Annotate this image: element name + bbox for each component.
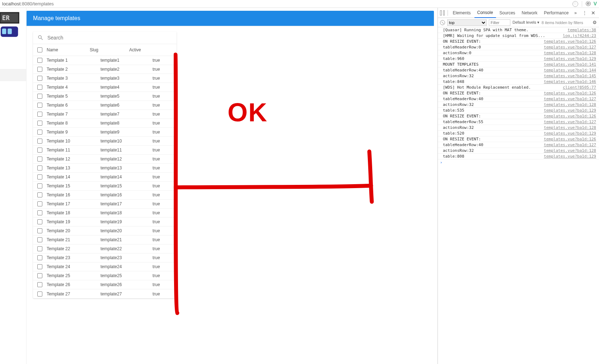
row-checkbox[interactable]: [37, 67, 42, 72]
table-row[interactable]: Template 8template8true: [33, 119, 177, 128]
table-row[interactable]: Template 17template17true: [33, 200, 177, 209]
column-slug[interactable]: Slug: [90, 47, 129, 52]
row-checkbox[interactable]: [37, 192, 42, 197]
console-log-line[interactable]: tableHeaderRow:55templates.vue?ba1d:127: [438, 119, 599, 125]
table-row[interactable]: Template 9template9true: [33, 128, 177, 137]
row-checkbox[interactable]: [37, 58, 42, 63]
devtools-menu-icon[interactable]: ⋮: [580, 10, 589, 15]
log-source-link[interactable]: templates.vue?ba1d:128: [544, 148, 596, 153]
row-checkbox[interactable]: [37, 246, 42, 251]
row-checkbox[interactable]: [37, 228, 42, 233]
console-log-line[interactable]: table:848templates.vue?ba1d:146: [438, 79, 599, 85]
tab-performance[interactable]: Performance: [541, 8, 572, 18]
console-log-line[interactable]: [HMR] Waiting for update signal from WDS…: [438, 33, 599, 39]
row-checkbox[interactable]: [37, 139, 42, 144]
console-log-line[interactable]: table:808templates.vue?ba1d:129: [438, 154, 599, 159]
search-input[interactable]: [47, 34, 172, 41]
row-checkbox[interactable]: [37, 282, 42, 287]
row-checkbox[interactable]: [37, 291, 42, 297]
console-prompt[interactable]: ›: [438, 159, 599, 165]
row-checkbox[interactable]: [37, 219, 42, 224]
console-log-line[interactable]: tableHeaderRow:0templates.vue?ba1d:127: [438, 45, 599, 50]
filter-input[interactable]: [489, 19, 510, 26]
table-row[interactable]: Template 15template15true: [33, 182, 177, 191]
favorite-icon[interactable]: ♡: [572, 1, 578, 7]
device-toggle-icon[interactable]: [443, 10, 445, 15]
row-checkbox[interactable]: [37, 121, 42, 126]
table-row[interactable]: Template 19template19true: [33, 218, 177, 227]
table-row[interactable]: Template 24template24true: [33, 262, 177, 271]
console-log-line[interactable]: actionsRow:32templates.vue?ba1d:128: [438, 148, 599, 154]
log-source-link[interactable]: templates.vue?ba1d:145: [544, 74, 596, 78]
clear-console-icon[interactable]: [440, 20, 445, 25]
row-checkbox[interactable]: [37, 148, 42, 153]
console-settings-icon[interactable]: ⚙: [593, 20, 597, 25]
console-log-line[interactable]: ON RESIZE EVENT:templates.vue?ba1d:126: [438, 39, 599, 45]
row-checkbox[interactable]: [37, 255, 42, 260]
row-checkbox[interactable]: [37, 273, 42, 278]
log-source-link[interactable]: templates.vue?ba1d:129: [544, 131, 596, 136]
tab-network[interactable]: Network: [519, 8, 540, 18]
console-log-line[interactable]: table:535templates.vue?ba1d:129: [438, 108, 599, 113]
table-row[interactable]: Template 26template26true: [33, 280, 177, 289]
log-source-link[interactable]: templates.vue?ba1d:141: [544, 62, 596, 67]
sidebar-item-active[interactable]: [0, 69, 26, 81]
row-checkbox[interactable]: [37, 201, 42, 206]
table-row[interactable]: Template 20template20true: [33, 227, 177, 235]
row-checkbox[interactable]: [37, 157, 42, 162]
console-log-line[interactable]: table:520templates.vue?ba1d:129: [438, 131, 599, 136]
table-row[interactable]: Template 12template12true: [33, 155, 177, 164]
tab-console[interactable]: Console: [474, 8, 496, 18]
row-checkbox[interactable]: [37, 130, 42, 135]
table-row[interactable]: Template 7template7true: [33, 110, 177, 119]
table-row[interactable]: Template 21template21true: [33, 235, 177, 244]
levels-dropdown[interactable]: Default levels ▾: [513, 20, 539, 25]
row-checkbox[interactable]: [37, 264, 42, 269]
console-output[interactable]: [Quasar] Running SPA with MAT theme.temp…: [438, 27, 599, 364]
extension-icon[interactable]: ⓔ: [586, 1, 591, 7]
console-log-line[interactable]: actionsRow:32templates.vue?ba1d:128: [438, 125, 599, 131]
row-checkbox[interactable]: [37, 103, 42, 108]
table-row[interactable]: Template 4template4true: [33, 83, 177, 92]
log-source-link[interactable]: client?8505:77: [563, 85, 596, 90]
log-source-link[interactable]: templates.vue?ba1d:126: [544, 39, 596, 44]
table-row[interactable]: Template 14template14true: [33, 173, 177, 182]
tab-sources[interactable]: Sources: [497, 8, 518, 18]
table-row[interactable]: Template 2template2true: [33, 65, 177, 74]
console-log-line[interactable]: ON RESIZE EVENT:templates.vue?ba1d:126: [438, 90, 599, 96]
select-all-checkbox[interactable]: [37, 47, 42, 52]
log-source-link[interactable]: templates.vue?ba1d:128: [544, 125, 596, 130]
log-source-link[interactable]: templates.vue?ba1d:129: [544, 108, 596, 113]
row-checkbox[interactable]: [37, 174, 42, 179]
log-source-link[interactable]: templates.vue?ba1d:128: [544, 51, 596, 55]
console-log-line[interactable]: tableHeaderRow:40templates.vue?ba1d:144: [438, 67, 599, 73]
table-row[interactable]: Template 27template27true: [33, 289, 177, 298]
console-log-line[interactable]: table:960templates.vue?ba1d:129: [438, 56, 599, 62]
row-checkbox[interactable]: [37, 76, 42, 81]
table-row[interactable]: Template 18template18true: [33, 209, 177, 218]
hidden-count[interactable]: 8 items hidden by filters: [542, 20, 583, 25]
row-checkbox[interactable]: [37, 183, 42, 188]
table-row[interactable]: Template 22template22true: [33, 244, 177, 253]
table-row[interactable]: Template 5template5true: [33, 92, 177, 101]
console-log-line[interactable]: [Quasar] Running SPA with MAT theme.temp…: [438, 27, 599, 33]
table-row[interactable]: Template 13template13true: [33, 164, 177, 173]
tab-elements[interactable]: Elements: [450, 8, 474, 18]
log-source-link[interactable]: templates.vue?ba1d:127: [544, 97, 596, 101]
tabs-overflow-icon[interactable]: »: [572, 10, 579, 15]
console-log-line[interactable]: actionsRow:32templates.vue?ba1d:128: [438, 102, 599, 108]
row-checkbox[interactable]: [37, 210, 42, 215]
row-checkbox[interactable]: [37, 112, 42, 117]
table-row[interactable]: Template 25template25true: [33, 271, 177, 280]
table-row[interactable]: Template 6template6true: [33, 101, 177, 110]
table-row[interactable]: Template 11template11true: [33, 146, 177, 155]
log-source-link[interactable]: templates.vue?ba1d:126: [544, 137, 596, 141]
table-row[interactable]: Template 10template10true: [33, 137, 177, 146]
row-checkbox[interactable]: [37, 237, 42, 242]
context-select[interactable]: top: [447, 19, 487, 26]
search-field[interactable]: [33, 32, 177, 44]
log-source-link[interactable]: templates.vue?ba1d:128: [544, 102, 596, 107]
console-log-line[interactable]: ON RESIZE EVENT:templates.vue?ba1d:126: [438, 136, 599, 142]
console-log-line[interactable]: actionsRow:0templates.vue?ba1d:128: [438, 50, 599, 56]
log-source-link[interactable]: templates:38: [568, 28, 596, 32]
